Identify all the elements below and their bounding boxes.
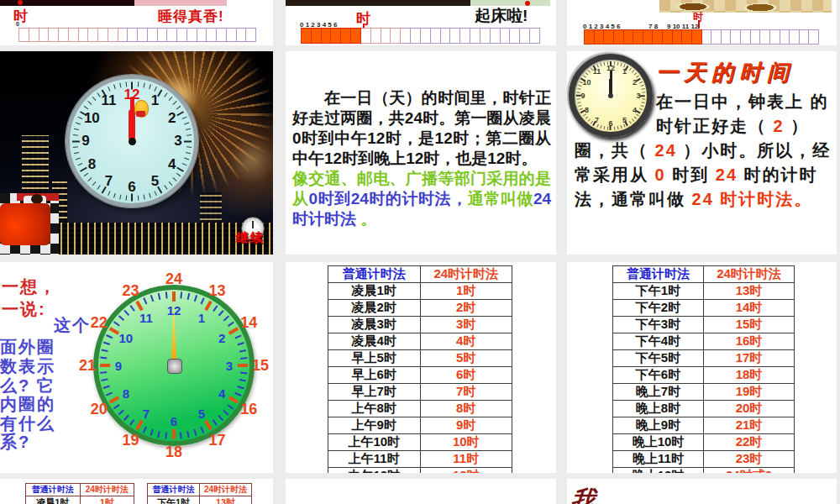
minute-tick xyxy=(239,379,246,381)
minute-tick xyxy=(240,357,247,359)
slide-day-time-summary[interactable]: 123456789101112 一天的时间 在一日中，钟表上 的时针正好走（ 2… xyxy=(567,51,837,255)
timeline-cell xyxy=(197,28,207,42)
minute-tick xyxy=(119,194,121,199)
minute-tick xyxy=(633,116,637,118)
table-cell: 晚上10时 xyxy=(613,434,704,451)
analog-clock-24h: 123456789101112131415161718192021222324 xyxy=(93,285,255,446)
slide-thumb-lunch[interactable]: 时 0 1 2 3 4 5 6 7 8 9 10 11 12 xyxy=(567,0,837,45)
table-row: 下午5时17时 xyxy=(613,350,795,367)
clock-numeral: 12 xyxy=(124,87,140,103)
table-cell: 23时 xyxy=(704,451,795,468)
minute-tick xyxy=(201,297,205,304)
table-cell: 7时 xyxy=(420,384,512,401)
minute-tick xyxy=(164,92,167,97)
hour-tick xyxy=(176,111,184,116)
minute-tick xyxy=(576,98,580,99)
clock-numeral: 4 xyxy=(168,156,176,173)
hour-tick xyxy=(238,364,248,367)
timeline-cell xyxy=(411,28,421,44)
slide-thumb-summary[interactable]: 我 xyxy=(567,479,837,504)
slide-pm-conversion-table[interactable]: 普通计时法24时计时法下午1时13时下午2时14时下午3时15时下午4时16时下… xyxy=(567,262,837,473)
slide-24h-explanation[interactable]: 在一日（天）的时间里，时针正好走过两圈，共24时。第一圈从凌晨0时到中午12时，… xyxy=(286,51,556,255)
timeline-cell xyxy=(510,28,520,44)
minute-tick xyxy=(124,310,129,316)
table-row: 早上5时5时 xyxy=(328,350,512,367)
minute-tick xyxy=(158,431,160,438)
minute-tick xyxy=(100,357,107,359)
minute-tick xyxy=(149,193,151,198)
minute-tick xyxy=(641,102,644,103)
slide-thumb-both-tables[interactable]: 普通计时法24时计时法凌晨1时1时 普通计时法24时计时法下午1时13时 xyxy=(0,479,273,504)
timeline-cell xyxy=(138,28,148,42)
table-cell: 凌晨3时 xyxy=(328,317,421,333)
minute-tick xyxy=(639,108,643,111)
table-header-cell: 普通计时法 xyxy=(26,484,81,496)
timeline-cell xyxy=(49,28,59,42)
minute-tick xyxy=(235,335,242,339)
clock-numeral: 15 xyxy=(252,357,269,375)
timeline-cell xyxy=(770,29,780,45)
minute-tick xyxy=(228,404,234,409)
minute-tick xyxy=(617,62,618,66)
table-row: 上午8时8时 xyxy=(328,401,512,417)
timeline-cell xyxy=(643,29,654,45)
conversion-table: 普通计时法24时计时法下午1时13时 xyxy=(147,483,252,504)
minute-tick xyxy=(143,82,144,87)
minute-tick xyxy=(640,85,643,87)
minute-tick xyxy=(92,97,96,101)
table-cell: 凌晨4时 xyxy=(328,333,421,350)
table-cell: 晚上8时 xyxy=(613,401,704,417)
clock-numeral: 5 xyxy=(151,173,159,190)
timeline-cell xyxy=(371,28,381,44)
minute-tick xyxy=(72,146,77,148)
timeline-cell xyxy=(88,28,98,42)
question-text: 这个 xyxy=(54,314,91,337)
minute-tick xyxy=(130,419,135,425)
clock-numeral: 23 xyxy=(122,281,139,299)
minute-tick xyxy=(577,88,580,90)
clock-numeral: 1 xyxy=(198,310,205,324)
table-cell: 凌晨1时 xyxy=(26,496,81,504)
slide-midnight-fireworks[interactable]: 123456789101112 继续 xyxy=(0,51,273,255)
table-cell: 晚上9时 xyxy=(613,417,704,434)
clock-numeral: 2 xyxy=(218,331,225,345)
minute-tick xyxy=(186,134,192,136)
conversion-table: 普通计时法24时计时法下午1时13时下午2时14时下午3时15时下午4时16时下… xyxy=(612,265,795,473)
minute-tick xyxy=(106,335,113,339)
timeline-cell xyxy=(520,28,530,44)
minute-tick xyxy=(639,81,643,84)
slide-think-discuss[interactable]: 一想， 一说: 这个 面外圈 数表示 么? 它 内圈的 有什么 系? 12345… xyxy=(0,262,273,473)
timeline-cell xyxy=(401,28,411,44)
table-row: 下午4时16时 xyxy=(613,333,795,350)
timeline-cell xyxy=(59,28,69,42)
continue-button[interactable]: 继续 xyxy=(236,230,265,246)
minute-tick xyxy=(118,316,124,321)
clock-numeral: 9 xyxy=(115,359,122,373)
minute-tick xyxy=(620,125,622,129)
table-cell: 4时 xyxy=(420,333,512,350)
timeline-cell xyxy=(702,29,712,45)
slide-thumb-wake-up[interactable]: 时 起床啦! 0 1 2 3 4 5 6 xyxy=(286,0,556,45)
slide-thumb-sleeping[interactable]: 时 睡得真香! 0 xyxy=(0,0,273,45)
clock-numeral: 11 xyxy=(102,92,117,109)
timeline-cell xyxy=(148,28,158,42)
minute-tick xyxy=(118,410,124,415)
minute-tick xyxy=(154,191,156,196)
minute-tick xyxy=(184,158,189,160)
minute-tick xyxy=(235,392,242,396)
table-cell: 13时 xyxy=(704,283,795,300)
table-cell: 14时 xyxy=(704,300,795,317)
slide-thumb-blank[interactable] xyxy=(286,479,556,504)
table-cell: 下午6时 xyxy=(613,367,704,384)
clock-numeral: 8 xyxy=(123,386,129,401)
slide-am-conversion-table[interactable]: 普通计时法24时计时法凌晨1时1时凌晨2时2时凌晨3时3时凌晨4时4时早上5时5… xyxy=(286,262,556,473)
timeline-cell xyxy=(491,28,501,44)
minute-tick xyxy=(238,386,244,389)
minute-tick xyxy=(642,98,645,99)
timeline-cell xyxy=(624,29,634,45)
clock-hub xyxy=(608,93,613,98)
clock-numeral: 9 xyxy=(81,133,89,150)
lunch-photo xyxy=(659,0,832,13)
timeline-cell xyxy=(530,28,540,44)
minute-tick xyxy=(87,177,92,181)
